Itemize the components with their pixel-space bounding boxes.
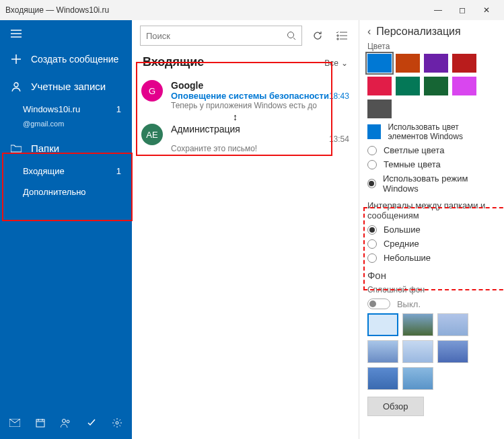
- theme-light[interactable]: Светлые цвета: [367, 145, 496, 155]
- hamburger-icon: [11, 28, 22, 39]
- bg-thumb[interactable]: [367, 367, 398, 390]
- message-body: Google Оповещение системы безопасности 1…: [171, 80, 349, 110]
- account-item[interactable]: Windows10i.ru 1: [0, 99, 132, 120]
- color-swatch[interactable]: [396, 54, 420, 73]
- back-button[interactable]: ‹: [367, 26, 371, 38]
- message-item[interactable]: АЕ Администрация 13:54 Сохраните это пис…: [132, 117, 359, 160]
- titlebar: Входящие — Windows10i.ru — ◻ ✕: [0, 0, 504, 20]
- svg-point-4: [67, 420, 69, 423]
- radio-icon: [367, 253, 377, 263]
- people-button[interactable]: [55, 412, 77, 434]
- close-button[interactable]: ✕: [474, 5, 499, 15]
- chevron-down-icon: ⌄: [341, 58, 348, 68]
- message-list-pane: Входящие Все ⌄ G Google Оповещение систе…: [132, 20, 359, 439]
- spacing-small[interactable]: Небольшие: [367, 253, 496, 263]
- account-name: Windows10i.ru: [23, 104, 80, 114]
- minimize-button[interactable]: —: [426, 5, 450, 15]
- message-body: Администрация 13:54 Сохраните это письмо…: [171, 124, 349, 153]
- radio-icon: [367, 146, 377, 155]
- todo-button[interactable]: [81, 412, 102, 434]
- sidebar-bottom-bar: [0, 407, 132, 439]
- search-toolbar: [132, 20, 359, 48]
- color-swatch[interactable]: [367, 77, 392, 95]
- folder-inbox[interactable]: Входящие 1: [0, 161, 132, 182]
- bg-thumb[interactable]: [367, 313, 398, 336]
- resize-cursor-icon: ↕: [233, 112, 238, 122]
- color-swatch[interactable]: [424, 77, 448, 95]
- theme-label: Темные цвета: [384, 159, 441, 169]
- folder-label: Входящие: [23, 166, 65, 176]
- maximize-button[interactable]: ◻: [450, 5, 474, 15]
- spacing-option-label: Средние: [384, 239, 419, 249]
- message-from: Google: [171, 80, 203, 91]
- radio-icon: [367, 239, 377, 249]
- avatar: G: [141, 80, 163, 102]
- background-toggle[interactable]: Выкл.: [367, 298, 496, 309]
- bg-thumb[interactable]: [437, 313, 468, 336]
- bg-thumb[interactable]: [437, 340, 468, 363]
- spacing-medium[interactable]: Средние: [367, 239, 496, 249]
- calendar-button[interactable]: [30, 412, 51, 434]
- select-mode-button[interactable]: [333, 27, 351, 44]
- theme-label: Светлые цвета: [384, 145, 444, 155]
- filter-dropdown[interactable]: Все ⌄: [324, 58, 348, 68]
- color-swatch[interactable]: [396, 77, 420, 95]
- folders-label: Папки: [31, 143, 59, 154]
- use-windows-accent[interactable]: Использовать цвет элементов Windows: [367, 122, 496, 141]
- use-accent-label: Использовать цвет элементов Windows: [388, 122, 496, 141]
- account-email-row: @gmail.com: [0, 120, 132, 133]
- message-from: Администрация: [171, 124, 240, 134]
- browse-button[interactable]: Обзор: [367, 397, 424, 416]
- svg-rect-2: [36, 420, 44, 427]
- svg-point-6: [287, 32, 293, 38]
- bg-thumb[interactable]: [402, 367, 433, 390]
- settings-button[interactable]: [106, 412, 128, 434]
- bg-thumb[interactable]: [402, 340, 433, 363]
- theme-dark[interactable]: Темные цвета: [367, 159, 496, 169]
- message-subject: Оповещение системы безопасности: [171, 91, 329, 101]
- svg-point-5: [116, 422, 118, 424]
- search-box[interactable]: [140, 26, 302, 46]
- color-swatch[interactable]: [452, 54, 476, 73]
- list-title: Входящие: [143, 55, 204, 69]
- folder-count: 1: [116, 166, 121, 176]
- spacing-large[interactable]: Большие: [367, 225, 496, 235]
- radio-icon: [367, 225, 377, 235]
- person-icon: [11, 81, 22, 92]
- search-input[interactable]: [146, 31, 287, 41]
- search-icon: [287, 31, 296, 40]
- color-swatch[interactable]: [367, 99, 392, 118]
- radio-icon: [367, 160, 377, 169]
- svg-point-3: [63, 420, 66, 423]
- avatar: АЕ: [141, 124, 163, 145]
- folder-more[interactable]: Дополнительно: [0, 182, 132, 202]
- accounts-label: Учетные записи: [31, 81, 106, 92]
- color-swatch[interactable]: [367, 54, 392, 73]
- spacing-label: Интервалы между папками и сообщениям: [367, 200, 496, 221]
- color-swatch[interactable]: [424, 54, 448, 73]
- message-item[interactable]: G Google Оповещение системы безопасности…: [132, 73, 359, 117]
- mail-button[interactable]: [4, 412, 26, 434]
- pane-title: Персонализация: [376, 26, 460, 38]
- theme-label: Использовать режим Windows: [383, 173, 496, 194]
- svg-point-0: [14, 83, 18, 87]
- personalization-pane: ‹ Персонализация Цвета Использовать цвет…: [359, 20, 504, 439]
- bg-thumb[interactable]: [402, 313, 433, 336]
- background-sublabel: Сплошной фон: [367, 285, 496, 294]
- sidebar: Создать сообщение Учетные записи Windows…: [0, 20, 132, 439]
- background-label: Фон: [367, 270, 496, 281]
- folder-label: Дополнительно: [23, 187, 86, 197]
- spacing-option-label: Большие: [384, 225, 421, 235]
- folders-section[interactable]: Папки: [0, 133, 132, 161]
- compose-button[interactable]: Создать сообщение: [0, 47, 132, 71]
- refresh-button[interactable]: [309, 27, 326, 44]
- hamburger-button[interactable]: [0, 20, 132, 47]
- bg-thumb[interactable]: [367, 340, 398, 363]
- account-email: @gmail.com: [23, 120, 64, 128]
- accounts-section[interactable]: Учетные записи: [0, 71, 132, 99]
- color-swatches: [367, 54, 496, 118]
- theme-windows[interactable]: Использовать режим Windows: [367, 173, 496, 194]
- color-swatch[interactable]: [452, 77, 476, 95]
- colors-label: Цвета: [367, 42, 496, 51]
- compose-label: Создать сообщение: [31, 54, 118, 65]
